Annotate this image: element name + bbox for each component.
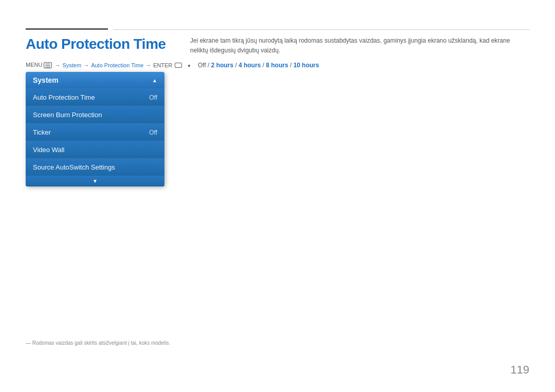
sep1: / bbox=[233, 62, 238, 69]
menu-item-value-auto-protection: Off bbox=[149, 94, 157, 101]
menu-item-value-ticker: Off bbox=[149, 129, 157, 136]
option-10h: 10 hours bbox=[293, 62, 319, 69]
option-8h: 8 hours bbox=[266, 62, 288, 69]
right-content: Jei ekrane tam tikrą jūsų nurodytą laiką… bbox=[190, 36, 529, 69]
options-text-prefix: Off / bbox=[198, 62, 211, 69]
menu-item-auto-protection[interactable]: Auto Protection Time Off bbox=[26, 88, 164, 106]
system-menu: System ▲ Auto Protection Time Off Screen… bbox=[26, 72, 164, 186]
page-container: Auto Protection Time MENU → System → Aut… bbox=[0, 0, 555, 392]
breadcrumb-arrow-1: → bbox=[54, 62, 60, 68]
option-2h: 2 hours bbox=[211, 62, 233, 69]
menu-item-video-wall[interactable]: Video Wall bbox=[26, 141, 164, 158]
breadcrumb-apt: Auto Protection Time bbox=[91, 62, 143, 68]
up-arrow-icon: ▲ bbox=[152, 78, 157, 83]
menu-label: MENU bbox=[26, 62, 42, 68]
menu-item-label-screen-burn: Screen Burn Protection bbox=[33, 111, 102, 119]
system-menu-title: System bbox=[33, 76, 59, 84]
footnote: ― Rodomas vaizdas gali skirtis atsižvelg… bbox=[26, 340, 170, 346]
menu-item-label-source-autoswitch: Source AutoSwitch Settings bbox=[33, 163, 115, 171]
breadcrumb-enter: ENTER bbox=[153, 62, 181, 68]
top-line-left bbox=[26, 28, 108, 30]
top-line-right bbox=[113, 29, 529, 30]
options-list: Off / 2 hours / 4 hours / 8 hours / 10 h… bbox=[190, 62, 529, 69]
menu-item-label-ticker: Ticker bbox=[33, 128, 51, 136]
breadcrumb-system: System bbox=[62, 62, 81, 68]
sep3: / bbox=[288, 62, 293, 69]
breadcrumb: MENU → System → Auto Protection Time → E… bbox=[26, 62, 182, 68]
system-menu-header: System ▲ bbox=[26, 72, 164, 88]
menu-item-source-autoswitch[interactable]: Source AutoSwitch Settings bbox=[26, 158, 164, 176]
breadcrumb-menu: MENU bbox=[26, 62, 52, 68]
menu-item-label-video-wall: Video Wall bbox=[33, 146, 64, 154]
sep2: / bbox=[261, 62, 266, 69]
option-4h: 4 hours bbox=[238, 62, 261, 69]
menu-item-ticker[interactable]: Ticker Off bbox=[26, 123, 164, 141]
menu-item-label-auto-protection: Auto Protection Time bbox=[33, 94, 95, 101]
description-text: Jei ekrane tam tikrą jūsų nurodytą laiką… bbox=[190, 36, 529, 55]
down-arrow-icon: ▼ bbox=[26, 176, 164, 186]
page-title: Auto Protection Time bbox=[26, 36, 166, 52]
menu-icon bbox=[44, 62, 52, 68]
menu-item-screen-burn[interactable]: Screen Burn Protection bbox=[26, 106, 164, 123]
enter-icon bbox=[175, 63, 182, 68]
options-list-item: Off / 2 hours / 4 hours / 8 hours / 10 h… bbox=[195, 62, 529, 69]
breadcrumb-arrow-3: → bbox=[145, 62, 151, 68]
page-number: 119 bbox=[510, 363, 529, 377]
enter-label: ENTER bbox=[153, 62, 172, 68]
breadcrumb-arrow-2: → bbox=[83, 62, 89, 68]
